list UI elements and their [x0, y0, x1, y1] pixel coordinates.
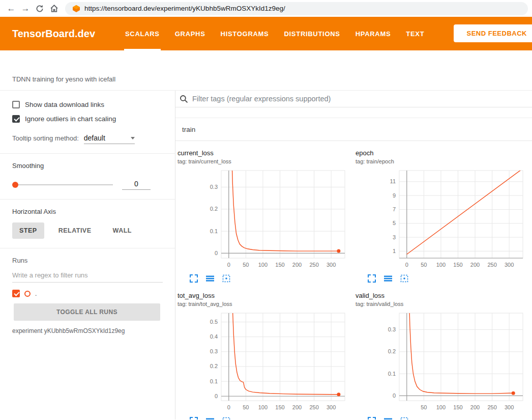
svg-text:50: 50: [421, 262, 427, 268]
svg-text:250: 250: [487, 262, 496, 268]
svg-text:5: 5: [393, 220, 396, 226]
divider: [0, 199, 175, 200]
svg-text:1: 1: [393, 248, 396, 254]
axis-relative-button[interactable]: RELATIVE: [51, 222, 99, 239]
fit-domain-icon[interactable]: [222, 417, 230, 419]
svg-text:250: 250: [309, 404, 318, 410]
tab-graphs[interactable]: GRAPHS: [167, 17, 213, 50]
runs-table-icon[interactable]: [206, 274, 214, 283]
svg-text:7: 7: [393, 206, 396, 212]
axis-step-button[interactable]: STEP: [12, 222, 44, 239]
svg-text:0.2: 0.2: [210, 363, 218, 369]
expand-chart-icon[interactable]: [190, 417, 198, 419]
svg-text:0.3: 0.3: [210, 348, 218, 354]
chart-card-valid-loss: valid_loss tag: train/valid_loss 00.10.2…: [353, 284, 531, 419]
send-feedback-button[interactable]: SEND FEEDBACK: [454, 24, 532, 42]
svg-text:250: 250: [487, 404, 496, 410]
svg-text:9: 9: [393, 192, 396, 199]
expand-chart-icon[interactable]: [368, 274, 376, 283]
tab-hparams[interactable]: HPARAMS: [348, 17, 399, 50]
fit-domain-icon[interactable]: [400, 274, 408, 283]
chart-toolbar: [190, 417, 353, 419]
svg-text:0: 0: [215, 393, 218, 399]
tag-filter-input[interactable]: [192, 95, 532, 103]
chart-tag: tag: train/valid_loss: [353, 299, 531, 307]
browser-chrome: ← → https://tensorboard.dev/experiment/y…: [0, 0, 532, 17]
svg-text:150: 150: [453, 262, 462, 268]
svg-text:200: 200: [292, 262, 302, 268]
svg-text:3: 3: [393, 234, 396, 240]
expand-chart-icon[interactable]: [368, 417, 376, 419]
svg-text:0.3: 0.3: [388, 326, 396, 332]
charts-grid: current_loss tag: train/current_loss 00.…: [175, 141, 532, 419]
reload-button[interactable]: [33, 2, 47, 16]
svg-text:150: 150: [453, 404, 462, 410]
chart-tag: tag: train/current_loss: [175, 157, 353, 164]
brand-logo: TensorBoard.dev: [12, 28, 95, 40]
runs-label: Runs: [12, 257, 163, 264]
tab-scalars[interactable]: SCALARS: [117, 17, 167, 50]
svg-text:0: 0: [405, 262, 408, 268]
svg-text:0.1: 0.1: [210, 378, 218, 384]
toggle-all-runs-button[interactable]: TOGGLE ALL RUNS: [14, 303, 160, 321]
run-row: .: [12, 290, 163, 297]
content: Show data download links Ignore outliers…: [0, 91, 532, 419]
slider-thumb[interactable]: [12, 182, 18, 188]
home-button[interactable]: [47, 2, 61, 16]
horizontal-axis-buttons: STEP RELATIVE WALL: [12, 222, 163, 239]
svg-text:11: 11: [390, 178, 396, 184]
train-group-header[interactable]: train: [175, 118, 532, 141]
runs-filter-input[interactable]: [12, 269, 163, 283]
tab-distributions[interactable]: DISTRIBUTIONS: [276, 17, 347, 50]
svg-text:0.1: 0.1: [210, 228, 218, 234]
line-chart-plot[interactable]: 00.10.20.3050100150200250300: [198, 166, 353, 273]
chart-title: tot_avg_loss: [175, 284, 353, 299]
show-download-label: Show data download links: [25, 101, 104, 108]
svg-text:50: 50: [243, 404, 249, 410]
smoothing-slider[interactable]: [12, 181, 113, 188]
svg-text:0.2: 0.2: [210, 206, 218, 212]
chart-card-epoch: epoch tag: train/epoch 13579110501001502…: [353, 141, 531, 284]
fit-domain-icon[interactable]: [222, 274, 230, 283]
tab-text[interactable]: TEXT: [398, 17, 432, 50]
divider: [0, 153, 175, 154]
fit-domain-icon[interactable]: [400, 417, 408, 419]
svg-text:0.3: 0.3: [210, 184, 218, 190]
line-chart-plot[interactable]: 00.10.20.30.40.5050100150200250300: [198, 309, 353, 416]
show-download-checkbox[interactable]: [12, 101, 20, 108]
show-download-row: Show data download links: [12, 101, 163, 108]
svg-text:250: 250: [309, 262, 318, 268]
ignore-outliers-checkbox[interactable]: [12, 115, 20, 123]
runs-table-icon[interactable]: [384, 274, 392, 283]
svg-text:200: 200: [292, 404, 302, 410]
runs-table-icon[interactable]: [206, 417, 214, 419]
chart-toolbar: [368, 417, 531, 419]
svg-text:100: 100: [436, 262, 446, 268]
svg-text:0.5: 0.5: [210, 319, 218, 325]
forward-button[interactable]: →: [18, 2, 33, 16]
main-panel: train current_loss tag: train/current_lo…: [175, 91, 532, 419]
ignore-outliers-label: Ignore outliers in chart scaling: [25, 115, 116, 123]
svg-text:100: 100: [258, 404, 268, 410]
axis-wall-button[interactable]: WALL: [106, 222, 139, 239]
nav-tabs: SCALARS GRAPHS HISTOGRAMS DISTRIBUTIONS …: [117, 17, 432, 50]
smoothing-value[interactable]: 0: [122, 180, 151, 190]
tooltip-sorting-label: Tooltip sorting method:: [12, 134, 79, 142]
address-bar[interactable]: https://tensorboard.dev/experiment/yKUbh…: [65, 2, 528, 15]
runs-table-icon[interactable]: [384, 417, 392, 419]
svg-text:200: 200: [470, 404, 480, 410]
svg-text:300: 300: [505, 404, 514, 410]
back-button[interactable]: ←: [4, 2, 18, 16]
line-chart-plot[interactable]: 00.10.20.350100150200250300: [376, 309, 531, 416]
expand-chart-icon[interactable]: [190, 274, 198, 283]
svg-text:200: 200: [470, 262, 480, 268]
experiment-title: TDNN training for yesno with icefall: [12, 75, 115, 83]
chart-title: valid_loss: [353, 284, 531, 299]
run-checkbox[interactable]: [12, 290, 20, 297]
tab-histograms[interactable]: HISTOGRAMS: [213, 17, 277, 50]
line-chart-plot[interactable]: 1357911050100150200250300: [376, 166, 531, 273]
slider-track: [12, 184, 113, 185]
svg-text:0.4: 0.4: [210, 333, 218, 340]
tooltip-sorting-select[interactable]: default: [84, 134, 135, 144]
svg-text:0: 0: [393, 393, 396, 399]
